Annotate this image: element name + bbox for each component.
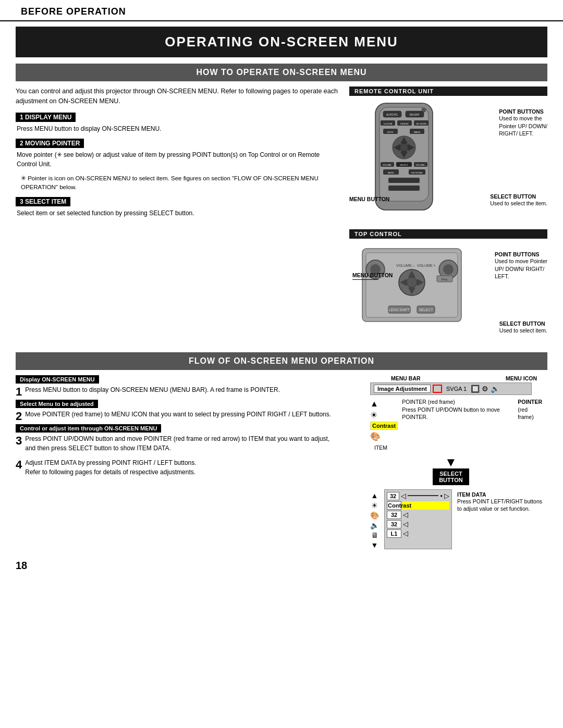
item-data-row2: 32 ◁ [387,511,449,519]
color-icon: 🎨 [370,431,398,441]
pointer-red-frame-icon [433,385,442,393]
item-data-row1: 32 ◁ ● ▷ [387,492,449,500]
svg-text:LENS SHIFT: LENS SHIFT [389,308,410,312]
menu-button-label: MENU BUTTON [349,196,389,202]
before-operation-title: BEFORE OPERATION [21,6,126,17]
section1-left: You can control and adjust this projecto… [16,87,339,346]
flow-left-column: Display ON-SCREEN MENU 1 Press MENU butt… [16,375,339,549]
item-data-left-icons: ▲ ☀ 🎨 🔈 🖥 ▼ [370,491,379,549]
svg-text:MENU: MENU [388,171,394,174]
svg-point-48 [407,277,417,288]
svg-point-40 [443,264,454,275]
svg-text:IMAGE: IMAGE [414,131,421,133]
svg-text:VOLUME+: VOLUME+ [415,164,426,166]
flow-step3-number: 3 [16,434,22,448]
svg-text:AUTO PC: AUTO PC [386,113,398,116]
svg-text:D.ZOOM: D.ZOOM [384,122,392,125]
step3-text: Select item or set selected function by … [17,208,339,218]
menu-bar-label: MENU BAR [391,375,421,381]
step2-text: Move pointer (✳ see below) or adjust val… [17,150,339,169]
svg-text:SELECT: SELECT [419,308,433,312]
pointer-left-desc: ▲ ☀ Contrast 🎨 POINTER (red frame) Press… [349,397,542,441]
top-point-buttons-desc: Used to move PointerUP/ DOWN/ RIGHT/LEFT… [495,257,547,280]
step1-text: Press MENU button to display ON-SCREEN M… [17,124,339,133]
val2: 32 [387,511,401,519]
select-button-label: SELECTBUTTON [433,468,469,485]
item-label: ITEM [374,445,387,451]
step3-select-item: 3 SELECT ITEM Select item or set selecte… [16,197,339,218]
point-buttons-label: POINT BUTTONS [499,108,547,115]
left-arrow3: ◁ [403,520,408,528]
svg-text:MUTE: MUTE [387,131,394,133]
item-data-area: ▲ ☀ 🎨 🔈 🖥 ▼ 32 ◁ ● ▷ Contrast [349,489,547,549]
flow-step3-label: Control or adjust item through ON-SCREEN… [16,424,161,433]
svg-text:ON-OFF: ON-OFF [409,113,419,116]
svg-text:KEYSTONE: KEYSTONE [411,171,423,174]
sound-small: 🔈 [370,521,379,529]
remote-control-label: REMOTE CONTROL UNIT [349,87,547,96]
left-arrow-l1: ◁ [403,529,408,537]
svg-text:FREEZE: FREEZE [400,122,409,125]
menu-button-top-annotation: MENU BUTTON [352,272,393,280]
flow-step2: Select Menu to be adjusted 2 Move POINTE… [16,400,339,419]
top-control-diagram: VOLUME – VOLUME + IM▲ LENS SHIFT [349,241,547,340]
step3-label: 3 SELECT ITEM [16,197,70,206]
top-select-button-label: SELECT BUTTON [499,320,547,327]
brightness-icon: ☀ [370,410,398,420]
press-point-desc: Press POINT UP/DOWN button to move POINT… [402,406,503,421]
page-footer: 18 [16,560,547,572]
pointer-red-frame-desc: POINTER (red frame) [402,398,503,406]
item-data-grid: 32 ◁ ● ▷ Contrast 32 ◁ 32 ◁ [384,489,452,549]
item-data-description: ITEM DATA Press POINT LEFT/RIGHT buttons… [457,491,547,549]
pointer-right-text: POINTER (red frame) Press POINT UP/DOWN … [402,398,503,421]
item-data-desc: Press POINT LEFT/RIGHT buttons to adjust… [457,498,547,513]
contrast-val: Contrast [387,501,401,510]
contrast-highlight: Contrast [370,422,398,430]
top-control-svg: VOLUME – VOLUME + IM▲ LENS SHIFT [360,243,464,327]
section2-header: FLOW OF ON-SCREEN MENU OPERATION [16,352,547,370]
remote-control-box: REMOTE CONTROL UNIT AUTO PC ON-OFF [349,87,547,223]
section1-content: You can control and adjust this projecto… [16,87,547,346]
val-l1: L1 [387,529,401,538]
dot1: ● [440,493,443,498]
item-label-area: ITEM [349,443,542,452]
left-arrow1: ◁ [401,492,406,500]
color-small: 🎨 [370,511,379,520]
flow-step3: Control or adjust item through ON-SCREEN… [16,424,339,453]
down-arrow-small: ▼ [371,541,378,549]
menu-icon1: 🔲 [471,385,480,393]
menu-bar-area: MENU BAR MENU ICON Image Adjustment SVGA… [349,375,542,452]
menu-icon-label: MENU ICON [506,375,537,381]
flow-step1: Display ON-SCREEN MENU 1 Press MENU butt… [16,375,339,394]
pointer-note: ✳ Pointer is icon on ON-SCREEN MENU to s… [16,174,339,192]
flow-step1-number: 1 [16,385,22,399]
right-arrow1: ▷ [444,492,449,500]
menu-bar-svga: SVGA 1 [444,385,469,392]
svg-point-6 [422,108,426,112]
top-point-buttons-annotation: POINT BUTTONS Used to move PointerUP/ DO… [495,251,547,280]
section1-right: REMOTE CONTROL UNIT AUTO PC ON-OFF [349,87,547,346]
pointer-note-text: ✳ Pointer is icon on ON-SCREEN MENU to s… [21,174,339,192]
item-data-contrast-row: Contrast [387,501,449,510]
select-button-area: ▼ SELECTBUTTON [370,456,532,485]
step2-label: 2 MOVING POINTER [16,139,84,148]
page-number: 18 [16,560,27,571]
flow-step1-label: Display ON-SCREEN MENU [16,375,99,384]
menu-bar-screenshot: Image Adjustment SVGA 1 🔲 ⚙ 🔈 [370,382,532,395]
svg-point-22 [400,143,408,152]
brightness-small: ☀ [371,501,378,510]
section2-content: Display ON-SCREEN MENU 1 Press MENU butt… [16,375,547,549]
menu-bar-image-adj: Image Adjustment [374,385,431,393]
remote-control-diagram: AUTO PC ON-OFF D.ZOOM FREEZE NO SHOW MUT… [349,98,547,223]
top-control-box: TOP CONTROL VOLUME – VOLUME + [349,229,547,340]
menu-bar-labels-row: MENU BAR MENU ICON [349,375,542,381]
flow-step4-number: 4 [16,458,22,472]
item-data-row-l1: L1 ◁ [387,529,449,538]
up-arrow-small: ▲ [371,491,378,500]
pointer-red-frame-label: (red frame) [518,406,542,421]
point-buttons-desc: Used to move thePointer UP/ DOWN/RIGHT/ … [499,115,547,138]
section1-title: HOW TO OPERATE ON-SCREEN MENU [196,68,366,77]
top-menu-button-label: MENU BUTTON [352,272,393,278]
flow-right-column: MENU BAR MENU ICON Image Adjustment SVGA… [349,375,547,549]
down-arrow-large: ▼ [370,456,532,468]
